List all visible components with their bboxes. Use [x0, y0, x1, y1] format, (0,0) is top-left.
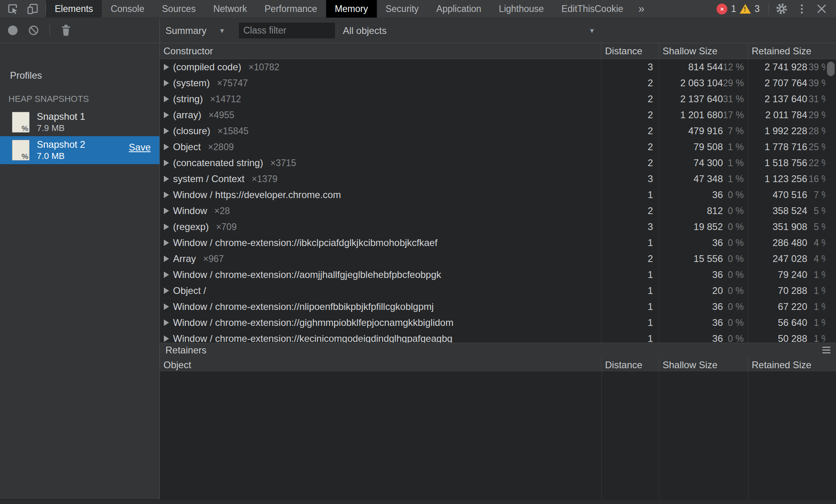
snapshot-list-item[interactable]: % Snapshot 2 7.0 MB Save — [0, 136, 159, 164]
disclosure-triangle-icon[interactable] — [164, 208, 169, 214]
constructor-cell: Object ×2809 — [160, 139, 601, 155]
tab-lighthouse[interactable]: Lighthouse — [490, 0, 553, 18]
more-tabs-chevron[interactable]: » — [632, 3, 651, 15]
constructor-cell: Window / chrome-extension://nlipoenfbbik… — [160, 299, 601, 315]
tab-console[interactable]: Console — [102, 0, 153, 18]
kebab-menu-icon[interactable] — [794, 2, 809, 16]
constructor-row[interactable]: Window / chrome-extension://aomjjhallfgj… — [160, 267, 836, 283]
column-header-distance[interactable]: Distance — [601, 357, 659, 373]
disclosure-triangle-icon[interactable] — [164, 160, 169, 166]
heap-snapshot-panel: Summary ▾ All objects ▾ Constructor Dist… — [160, 18, 836, 499]
tab-memory[interactable]: Memory — [326, 0, 377, 18]
constructor-cell: Object / — [160, 283, 601, 299]
heap-snapshots-section-header: HEAP SNAPSHOTS — [8, 94, 89, 104]
column-header-distance[interactable]: Distance — [601, 43, 659, 59]
disclosure-triangle-icon[interactable] — [164, 224, 169, 230]
delete-profile-trash-icon[interactable] — [59, 23, 73, 38]
column-header-shallow-size[interactable]: Shallow Size — [659, 43, 748, 59]
constructor-row[interactable]: Window / chrome-extension://gighmmpiobkl… — [160, 315, 836, 331]
shallow-size-value: 36 — [712, 269, 723, 280]
object-scope-select[interactable]: All objects ▾ — [343, 18, 594, 43]
tab-security[interactable]: Security — [377, 0, 428, 18]
disclosure-triangle-icon[interactable] — [164, 256, 169, 262]
retained-size-cell: 2 741 928 39 % — [748, 59, 836, 75]
toolbar-divider — [337, 24, 338, 37]
column-header-constructor[interactable]: Constructor — [160, 43, 601, 59]
snapshot-save-link[interactable]: Save — [129, 142, 151, 153]
constructor-row[interactable]: Window / chrome-extension://kecinicomgod… — [160, 331, 836, 343]
column-header-retained-size[interactable]: Retained Size — [748, 43, 836, 59]
constructor-row[interactable]: (regexp) ×709 3 19 852 0 % 351 908 5 % — [160, 219, 836, 235]
disclosure-triangle-icon[interactable] — [164, 96, 169, 102]
constructor-row[interactable]: Window / https://developer.chrome.com 1 … — [160, 187, 836, 203]
error-badge-icon[interactable]: × — [717, 4, 727, 14]
column-header-retained-size[interactable]: Retained Size — [748, 357, 836, 373]
disclosure-triangle-icon[interactable] — [164, 319, 169, 326]
constructor-row[interactable]: Window / chrome-extension://nlipoenfbbik… — [160, 299, 836, 315]
tab-performance[interactable]: Performance — [256, 0, 326, 18]
constructor-row[interactable]: Object / 1 20 0 % 70 288 1 % — [160, 283, 836, 299]
constructor-row[interactable]: Window ×28 2 812 0 % 358 524 5 % — [160, 203, 836, 219]
tab-editthiscookie[interactable]: EditThisCookie — [553, 0, 632, 18]
constructor-row[interactable]: (compiled code) ×10782 3 814 544 12 % 2 … — [160, 59, 836, 75]
constructor-row[interactable]: (system) ×75747 2 2 063 104 29 % 2 707 7… — [160, 75, 836, 91]
column-header-object[interactable]: Object — [160, 357, 601, 373]
toggle-device-toolbar-icon[interactable] — [26, 2, 40, 16]
constructor-cell: (regexp) ×709 — [160, 219, 601, 235]
disclosure-triangle-icon[interactable] — [164, 64, 169, 70]
constructor-row[interactable]: (string) ×14712 2 2 137 640 31 % 2 137 6… — [160, 91, 836, 107]
chevron-down-icon: ▾ — [220, 26, 224, 35]
disclosure-triangle-icon[interactable] — [164, 192, 169, 198]
tab-sources[interactable]: Sources — [153, 0, 204, 18]
settings-gear-icon[interactable] — [774, 2, 789, 16]
disclosure-triangle-icon[interactable] — [164, 80, 169, 86]
disclosure-triangle-icon[interactable] — [164, 128, 169, 134]
constructor-row[interactable]: Window / chrome-extension://ibkclpciafdg… — [160, 235, 836, 251]
scrollbar-thumb[interactable] — [827, 62, 835, 76]
disclosure-triangle-icon[interactable] — [164, 112, 169, 118]
disclosure-triangle-icon[interactable] — [164, 335, 169, 342]
column-header-shallow-size[interactable]: Shallow Size — [659, 357, 748, 373]
constructor-name: (closure) — [173, 125, 210, 137]
constructor-cell: (array) ×4955 — [160, 107, 601, 123]
retained-size-cell: 50 288 1 % — [748, 331, 836, 343]
constructor-row[interactable]: (concatenated string) ×3715 2 74 300 1 %… — [160, 155, 836, 171]
tab-elements[interactable]: Elements — [46, 0, 102, 18]
retained-size-cell: 2 137 640 31 % — [748, 91, 836, 107]
constructor-row[interactable]: (array) ×4955 2 1 201 680 17 % 2 011 784… — [160, 107, 836, 123]
shallow-size-value: 2 063 104 — [680, 77, 723, 89]
disclosure-triangle-icon[interactable] — [164, 288, 169, 294]
snapshot-list: % Snapshot 1 7.9 MB % Snapshot 2 7.0 MB … — [0, 108, 159, 164]
snapshot-list-item[interactable]: % Snapshot 1 7.9 MB — [0, 108, 159, 136]
hamburger-menu-icon[interactable] — [822, 347, 830, 353]
constructor-name: Window / chrome-extension://gighmmpiobkl… — [173, 317, 454, 328]
constructor-row[interactable]: system / Context ×1379 3 47 348 1 % 1 12… — [160, 171, 836, 187]
tab-application[interactable]: Application — [428, 0, 490, 18]
constructor-cell: (closure) ×15845 — [160, 123, 601, 139]
retained-size-value: 351 908 — [772, 221, 807, 232]
perspective-select[interactable]: Summary ▾ — [165, 18, 224, 43]
shallow-size-cell: 812 0 % — [659, 203, 748, 219]
tab-network[interactable]: Network — [205, 0, 256, 18]
percent-glyph: % — [22, 152, 28, 161]
disclosure-triangle-icon[interactable] — [164, 240, 169, 246]
class-filter-input[interactable] — [239, 23, 335, 38]
constructor-row[interactable]: (closure) ×15845 2 479 916 7 % 1 992 228… — [160, 123, 836, 139]
close-devtools-icon[interactable] — [814, 2, 829, 16]
clear-profiles-icon[interactable] — [26, 23, 41, 38]
inspect-element-icon[interactable] — [6, 2, 20, 16]
constructor-row[interactable]: Object ×2809 2 79 508 1 % 1 778 716 25 % — [160, 139, 836, 155]
constructor-cell: Window ×28 — [160, 203, 601, 219]
record-heap-icon[interactable] — [8, 26, 18, 35]
instance-count: ×28 — [214, 206, 230, 216]
disclosure-triangle-icon[interactable] — [164, 272, 169, 278]
shallow-size-percent: 0 % — [723, 286, 748, 296]
shallow-size-cell: 36 0 % — [659, 299, 748, 315]
disclosure-triangle-icon[interactable] — [164, 144, 169, 150]
console-status-badges[interactable]: × 1 ! 3 — [717, 4, 760, 14]
disclosure-triangle-icon[interactable] — [164, 176, 169, 182]
constructor-cell: Window / chrome-extension://ibkclpciafdg… — [160, 235, 601, 251]
warning-badge-icon[interactable]: ! — [740, 4, 751, 14]
constructor-row[interactable]: Array ×967 2 15 556 0 % 247 028 4 % — [160, 251, 836, 267]
disclosure-triangle-icon[interactable] — [164, 304, 169, 310]
